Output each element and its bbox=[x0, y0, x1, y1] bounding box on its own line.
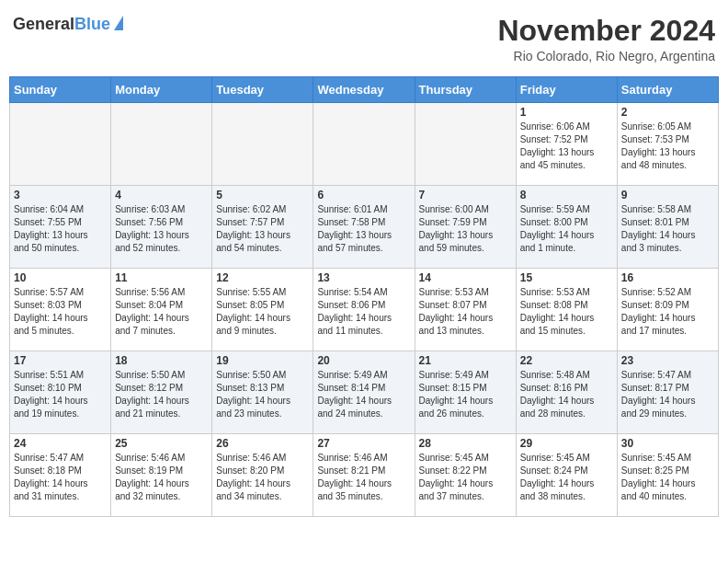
calendar-cell: 9Sunrise: 5:58 AMSunset: 8:01 PMDaylight… bbox=[617, 186, 718, 269]
calendar-cell: 28Sunrise: 5:45 AMSunset: 8:22 PMDayligh… bbox=[415, 434, 516, 517]
day-number: 12 bbox=[216, 271, 309, 284]
calendar-header-thursday: Thursday bbox=[415, 77, 516, 103]
day-info: Sunrise: 6:06 AMSunset: 7:52 PMDaylight:… bbox=[520, 121, 613, 172]
day-info: Sunrise: 5:52 AMSunset: 8:09 PMDaylight:… bbox=[621, 286, 714, 338]
calendar-week-row: 17Sunrise: 5:51 AMSunset: 8:10 PMDayligh… bbox=[10, 351, 719, 434]
day-info: Sunrise: 5:50 AMSunset: 8:12 PMDaylight:… bbox=[115, 369, 208, 420]
location-subtitle: Rio Colorado, Rio Negro, Argentina bbox=[497, 49, 715, 63]
calendar-cell: 5Sunrise: 6:02 AMSunset: 7:57 PMDaylight… bbox=[212, 186, 313, 269]
logo-blue: Blue bbox=[74, 15, 110, 33]
day-number: 8 bbox=[520, 189, 613, 201]
calendar-header-saturday: Saturday bbox=[617, 77, 718, 103]
day-info: Sunrise: 6:01 AMSunset: 7:58 PMDaylight:… bbox=[317, 203, 410, 255]
day-number: 5 bbox=[216, 189, 309, 201]
day-number: 11 bbox=[115, 271, 208, 284]
month-year-title: November 2024 bbox=[497, 15, 715, 47]
day-info: Sunrise: 6:00 AMSunset: 7:59 PMDaylight:… bbox=[419, 203, 512, 255]
calendar-cell: 12Sunrise: 5:55 AMSunset: 8:05 PMDayligh… bbox=[212, 269, 313, 351]
calendar-cell: 15Sunrise: 5:53 AMSunset: 8:08 PMDayligh… bbox=[516, 269, 617, 351]
day-info: Sunrise: 5:57 AMSunset: 8:03 PMDaylight:… bbox=[14, 286, 107, 338]
calendar-cell bbox=[212, 103, 313, 186]
day-number: 19 bbox=[216, 354, 309, 367]
calendar-cell: 26Sunrise: 5:46 AMSunset: 8:20 PMDayligh… bbox=[212, 434, 313, 517]
day-number: 1 bbox=[520, 106, 613, 119]
day-number: 20 bbox=[317, 354, 410, 367]
calendar-header-sunday: Sunday bbox=[10, 77, 111, 103]
day-info: Sunrise: 5:55 AMSunset: 8:05 PMDaylight:… bbox=[216, 286, 309, 338]
day-info: Sunrise: 5:46 AMSunset: 8:19 PMDaylight:… bbox=[115, 452, 208, 503]
day-number: 4 bbox=[115, 189, 208, 201]
day-number: 15 bbox=[520, 271, 613, 284]
day-number: 7 bbox=[419, 189, 512, 201]
logo-triangle-icon bbox=[114, 16, 123, 30]
calendar-cell bbox=[415, 103, 516, 186]
day-number: 27 bbox=[317, 437, 410, 450]
day-info: Sunrise: 5:49 AMSunset: 8:15 PMDaylight:… bbox=[419, 369, 512, 420]
calendar-header-friday: Friday bbox=[516, 77, 617, 103]
day-number: 30 bbox=[621, 437, 714, 450]
calendar-week-row: 10Sunrise: 5:57 AMSunset: 8:03 PMDayligh… bbox=[10, 269, 719, 351]
logo: GeneralBlue bbox=[13, 15, 123, 34]
calendar-cell: 10Sunrise: 5:57 AMSunset: 8:03 PMDayligh… bbox=[10, 269, 111, 351]
calendar-cell: 1Sunrise: 6:06 AMSunset: 7:52 PMDaylight… bbox=[516, 103, 617, 186]
calendar-cell: 21Sunrise: 5:49 AMSunset: 8:15 PMDayligh… bbox=[415, 351, 516, 434]
day-info: Sunrise: 5:53 AMSunset: 8:07 PMDaylight:… bbox=[419, 286, 512, 338]
day-info: Sunrise: 5:51 AMSunset: 8:10 PMDaylight:… bbox=[14, 369, 107, 420]
day-number: 2 bbox=[621, 106, 714, 119]
calendar-cell: 13Sunrise: 5:54 AMSunset: 8:06 PMDayligh… bbox=[313, 269, 415, 351]
day-number: 6 bbox=[317, 189, 410, 201]
calendar-cell: 3Sunrise: 6:04 AMSunset: 7:55 PMDaylight… bbox=[10, 186, 111, 269]
calendar-week-row: 1Sunrise: 6:06 AMSunset: 7:52 PMDaylight… bbox=[10, 103, 719, 186]
day-info: Sunrise: 5:58 AMSunset: 8:01 PMDaylight:… bbox=[621, 203, 714, 255]
day-number: 3 bbox=[14, 189, 107, 201]
day-info: Sunrise: 5:53 AMSunset: 8:08 PMDaylight:… bbox=[520, 286, 613, 338]
calendar-header-wednesday: Wednesday bbox=[313, 77, 415, 103]
calendar-cell: 11Sunrise: 5:56 AMSunset: 8:04 PMDayligh… bbox=[111, 269, 212, 351]
calendar-cell: 7Sunrise: 6:00 AMSunset: 7:59 PMDaylight… bbox=[415, 186, 516, 269]
day-number: 13 bbox=[317, 271, 410, 284]
calendar-cell: 20Sunrise: 5:49 AMSunset: 8:14 PMDayligh… bbox=[313, 351, 415, 434]
calendar-table: SundayMondayTuesdayWednesdayThursdayFrid… bbox=[9, 76, 719, 517]
calendar-cell bbox=[10, 103, 111, 186]
day-number: 21 bbox=[419, 354, 512, 367]
page-header: GeneralBlue November 2024 Rio Colorado, … bbox=[9, 9, 719, 69]
day-number: 9 bbox=[621, 189, 714, 201]
calendar-cell: 27Sunrise: 5:46 AMSunset: 8:21 PMDayligh… bbox=[313, 434, 415, 517]
day-number: 23 bbox=[621, 354, 714, 367]
calendar-cell: 2Sunrise: 6:05 AMSunset: 7:53 PMDaylight… bbox=[617, 103, 718, 186]
day-info: Sunrise: 5:49 AMSunset: 8:14 PMDaylight:… bbox=[317, 369, 410, 420]
calendar-cell: 24Sunrise: 5:47 AMSunset: 8:18 PMDayligh… bbox=[10, 434, 111, 517]
day-info: Sunrise: 6:04 AMSunset: 7:55 PMDaylight:… bbox=[14, 203, 107, 255]
day-number: 16 bbox=[621, 271, 714, 284]
calendar-week-row: 24Sunrise: 5:47 AMSunset: 8:18 PMDayligh… bbox=[10, 434, 719, 517]
calendar-header-monday: Monday bbox=[111, 77, 212, 103]
day-number: 28 bbox=[419, 437, 512, 450]
day-number: 22 bbox=[520, 354, 613, 367]
title-block: November 2024 Rio Colorado, Rio Negro, A… bbox=[497, 15, 715, 63]
calendar-cell: 25Sunrise: 5:46 AMSunset: 8:19 PMDayligh… bbox=[111, 434, 212, 517]
calendar-header-row: SundayMondayTuesdayWednesdayThursdayFrid… bbox=[10, 77, 719, 103]
day-info: Sunrise: 5:46 AMSunset: 8:21 PMDaylight:… bbox=[317, 452, 410, 503]
calendar-cell bbox=[111, 103, 212, 186]
calendar-cell bbox=[313, 103, 415, 186]
day-info: Sunrise: 5:47 AMSunset: 8:17 PMDaylight:… bbox=[621, 369, 714, 420]
calendar-cell: 16Sunrise: 5:52 AMSunset: 8:09 PMDayligh… bbox=[617, 269, 718, 351]
calendar-week-row: 3Sunrise: 6:04 AMSunset: 7:55 PMDaylight… bbox=[10, 186, 719, 269]
day-info: Sunrise: 5:45 AMSunset: 8:22 PMDaylight:… bbox=[419, 452, 512, 503]
calendar-cell: 6Sunrise: 6:01 AMSunset: 7:58 PMDaylight… bbox=[313, 186, 415, 269]
calendar-cell: 14Sunrise: 5:53 AMSunset: 8:07 PMDayligh… bbox=[415, 269, 516, 351]
day-info: Sunrise: 5:54 AMSunset: 8:06 PMDaylight:… bbox=[317, 286, 410, 338]
day-number: 26 bbox=[216, 437, 309, 450]
day-number: 29 bbox=[520, 437, 613, 450]
calendar-cell: 19Sunrise: 5:50 AMSunset: 8:13 PMDayligh… bbox=[212, 351, 313, 434]
calendar-cell: 17Sunrise: 5:51 AMSunset: 8:10 PMDayligh… bbox=[10, 351, 111, 434]
day-info: Sunrise: 5:50 AMSunset: 8:13 PMDaylight:… bbox=[216, 369, 309, 420]
day-info: Sunrise: 5:59 AMSunset: 8:00 PMDaylight:… bbox=[520, 203, 613, 255]
calendar-cell: 22Sunrise: 5:48 AMSunset: 8:16 PMDayligh… bbox=[516, 351, 617, 434]
day-number: 10 bbox=[14, 271, 107, 284]
day-info: Sunrise: 5:45 AMSunset: 8:25 PMDaylight:… bbox=[621, 452, 714, 503]
day-number: 14 bbox=[419, 271, 512, 284]
day-info: Sunrise: 5:45 AMSunset: 8:24 PMDaylight:… bbox=[520, 452, 613, 503]
calendar-cell: 30Sunrise: 5:45 AMSunset: 8:25 PMDayligh… bbox=[617, 434, 718, 517]
day-info: Sunrise: 6:02 AMSunset: 7:57 PMDaylight:… bbox=[216, 203, 309, 255]
